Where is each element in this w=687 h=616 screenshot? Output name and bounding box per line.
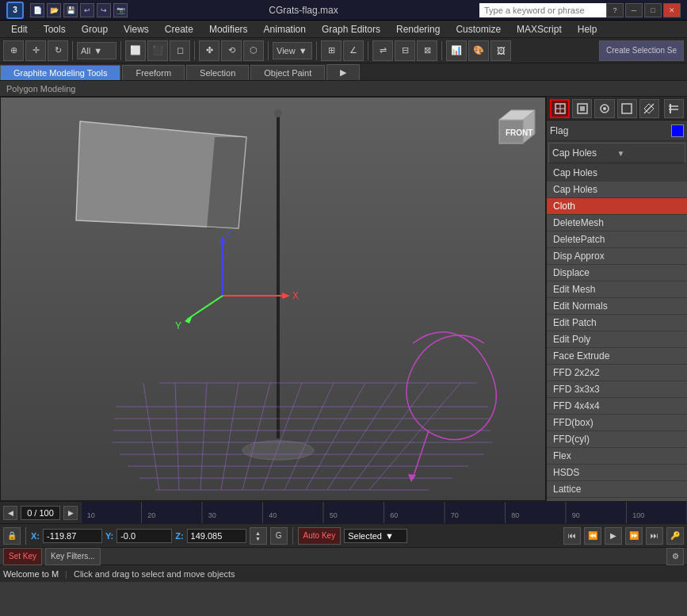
rp-icon-motion[interactable] — [617, 99, 637, 118]
modifier-item-1[interactable]: Cap Holes — [547, 182, 687, 198]
time-next-btn[interactable]: ▶ — [63, 506, 78, 520]
z-spinner[interactable]: ▲ ▼ — [250, 527, 267, 545]
help-btn[interactable]: ? — [606, 3, 624, 17]
redo-btn[interactable]: ↪ — [97, 3, 111, 17]
modifier-item-7[interactable]: Edit Mesh — [547, 281, 687, 298]
graph-btn[interactable]: 📊 — [446, 40, 467, 61]
modifier-item-10[interactable]: Edit Poly — [547, 331, 687, 348]
menu-group[interactable]: Group — [74, 22, 116, 36]
rp-icon-create[interactable] — [550, 99, 570, 118]
viewport-gizmo[interactable]: FRONT — [483, 104, 539, 159]
modifier-item-18[interactable]: HSDS — [547, 465, 687, 481]
viewport[interactable]: [ + ] [ Perspective ] [ Smooth + Highlig… — [0, 97, 546, 501]
transport-play[interactable]: ▶ — [605, 527, 622, 545]
move-btn[interactable]: ✛ — [25, 40, 46, 61]
transport-next[interactable]: ⏩ — [625, 527, 643, 545]
modifier-item-14[interactable]: FFD 4x4x4 — [547, 398, 687, 415]
modifier-item-15[interactable]: FFD(box) — [547, 415, 687, 431]
rp-icon-hierarchy[interactable] — [594, 99, 614, 118]
menu-rendering[interactable]: Rendering — [388, 22, 448, 36]
transform-btn[interactable]: ✤ — [199, 40, 219, 61]
select-dropdown[interactable]: All ▼ — [77, 42, 116, 59]
menu-help[interactable]: Help — [570, 22, 605, 36]
modifier-item-2[interactable]: Cloth — [547, 198, 687, 215]
modifier-item-4[interactable]: DeletePatch — [547, 231, 687, 248]
snap-btn[interactable]: ⊞ — [321, 40, 342, 61]
material-btn[interactable]: 🎨 — [468, 40, 489, 61]
rotate-btn[interactable]: ↻ — [48, 40, 68, 61]
time-current[interactable]: 0 / 100 — [21, 506, 60, 520]
lasso-btn[interactable]: ⬛ — [147, 40, 168, 61]
modifier-item-12[interactable]: FFD 2x2x2 — [547, 365, 687, 381]
menu-customize[interactable]: Customize — [448, 22, 509, 36]
menu-modifiers[interactable]: Modifiers — [201, 22, 256, 36]
tab-graphite[interactable]: Graphite Modeling Tools — [0, 65, 120, 80]
modifier-item-6[interactable]: Displace — [547, 265, 687, 281]
modifier-item-8[interactable]: Edit Normals — [547, 298, 687, 315]
modifier-item-17[interactable]: Flex — [547, 448, 687, 465]
transport-end[interactable]: ⏭ — [646, 527, 663, 545]
rp-icon-utility[interactable] — [664, 99, 684, 118]
spacing-btn[interactable]: ⊠ — [417, 40, 437, 61]
tab-object-paint[interactable]: Object Paint — [250, 65, 325, 80]
coord-G-btn[interactable]: G — [270, 527, 288, 545]
modifier-item-0[interactable]: Cap Holes — [547, 165, 687, 182]
tab-selection[interactable]: Selection — [186, 65, 249, 80]
menu-animation[interactable]: Animation — [256, 22, 314, 36]
menu-create[interactable]: Create — [157, 22, 201, 36]
rp-icon-modify[interactable] — [572, 99, 592, 118]
rp-icon-display[interactable] — [639, 99, 659, 118]
close-btn[interactable]: ✕ — [663, 3, 681, 17]
uniform-scale-btn[interactable]: ⬡ — [243, 40, 264, 61]
modifier-item-13[interactable]: FFD 3x3x3 — [547, 381, 687, 398]
lock-btn[interactable]: 🔒 — [3, 527, 21, 545]
menu-maxscript[interactable]: MAXScript — [509, 22, 570, 36]
modifier-dropdown[interactable]: Cap Holes ▼ — [548, 143, 685, 163]
minimize-btn[interactable]: ─ — [625, 3, 643, 17]
modifier-item-16[interactable]: FFD(cyl) — [547, 431, 687, 448]
rect-select-btn[interactable]: ⬜ — [125, 40, 146, 61]
transport-prev[interactable]: ⏪ — [584, 527, 601, 545]
menu-tools[interactable]: Tools — [36, 22, 74, 36]
create-selection-btn[interactable]: Create Selection Se — [599, 40, 684, 61]
open-btn[interactable]: 📂 — [47, 3, 61, 17]
new-btn[interactable]: 📄 — [30, 3, 44, 17]
y-value[interactable]: -0.0 — [116, 529, 172, 543]
x-value[interactable]: -119.87 — [43, 529, 102, 543]
key-mode-btn[interactable]: 🔑 — [666, 527, 684, 545]
keyfilters-btn[interactable]: Key Filters... — [45, 548, 101, 565]
time-config-btn[interactable]: ⚙ — [666, 548, 684, 565]
undo-btn[interactable]: ↩ — [80, 3, 94, 17]
view-dropdown[interactable]: View ▼ — [273, 42, 312, 59]
paint-btn[interactable]: ◻ — [170, 40, 190, 61]
tab-freeform[interactable]: Freeform — [122, 65, 185, 80]
transport-start[interactable]: ⏮ — [563, 527, 581, 545]
flag-color[interactable] — [671, 124, 684, 137]
timeline-track[interactable]: 10 20 30 40 50 60 70 80 90 100 — [81, 502, 687, 523]
select-btn[interactable]: ⊕ — [3, 40, 24, 61]
scale-btn[interactable]: ⟲ — [221, 40, 242, 61]
save-btn[interactable]: 💾 — [63, 3, 78, 17]
angle-snap-btn[interactable]: ∠ — [343, 40, 364, 61]
menu-graph-editors[interactable]: Graph Editors — [314, 22, 388, 36]
render-frame-btn[interactable]: 🖼 — [490, 40, 511, 61]
search-input[interactable] — [479, 3, 606, 17]
modifier-item-5[interactable]: Disp Approx — [547, 248, 687, 265]
align-btn[interactable]: ⊟ — [395, 40, 415, 61]
modifier-list[interactable]: Cap HolesCap HolesClothDeleteMeshDeleteP… — [547, 165, 687, 501]
menu-views[interactable]: Views — [116, 22, 157, 36]
modifier-item-19[interactable]: Lattice — [547, 481, 687, 498]
render-btn[interactable]: 📷 — [113, 3, 128, 17]
setkey-btn[interactable]: Set Key — [3, 548, 42, 565]
time-prev-btn[interactable]: ◀ — [3, 506, 17, 520]
z-value[interactable]: 149.085 — [187, 529, 246, 543]
modifier-item-9[interactable]: Edit Patch — [547, 315, 687, 331]
modifier-item-20[interactable]: Linked XForm — [547, 498, 687, 501]
selected-dropdown[interactable]: Selected ▼ — [344, 529, 407, 543]
tab-extra[interactable]: ▶ — [326, 64, 360, 80]
autokey-btn[interactable]: Auto Key — [298, 527, 342, 545]
menu-edit[interactable]: Edit — [3, 22, 36, 36]
maximize-btn[interactable]: □ — [644, 3, 662, 17]
modifier-item-11[interactable]: Face Extrude — [547, 348, 687, 365]
mirror-btn[interactable]: ⇌ — [372, 40, 393, 61]
